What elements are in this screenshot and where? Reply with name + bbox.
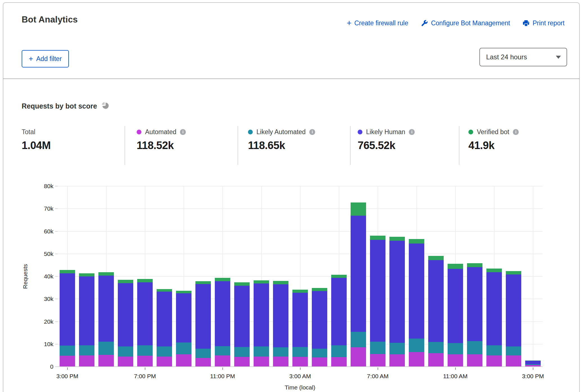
stacked-bar[interactable]: [215, 278, 230, 366]
bar-segment[interactable]: [370, 354, 385, 366]
bar-segment[interactable]: [486, 272, 502, 345]
stacked-bar[interactable]: [79, 273, 94, 366]
bar-segment[interactable]: [312, 288, 327, 291]
bar-segment[interactable]: [254, 357, 269, 366]
stacked-bar[interactable]: [428, 256, 444, 366]
bar-segment[interactable]: [506, 274, 521, 346]
stacked-bar[interactable]: [331, 275, 347, 366]
stacked-bar[interactable]: [195, 281, 211, 366]
bar-segment[interactable]: [60, 356, 75, 366]
bar-segment[interactable]: [448, 264, 463, 269]
bar-segment[interactable]: [254, 280, 269, 283]
bar-segment[interactable]: [428, 256, 444, 260]
bar-segment[interactable]: [176, 293, 191, 343]
bar-segment[interactable]: [234, 286, 250, 347]
bar-segment[interactable]: [176, 343, 191, 354]
bar-segment[interactable]: [137, 279, 153, 282]
bar-segment[interactable]: [137, 282, 153, 345]
bar-segment[interactable]: [292, 293, 308, 347]
bar-segment[interactable]: [351, 332, 366, 347]
bar-segment[interactable]: [467, 341, 482, 354]
bar-segment[interactable]: [254, 283, 269, 346]
bar-segment[interactable]: [525, 364, 541, 365]
bar-segment[interactable]: [118, 357, 133, 366]
stacked-bar[interactable]: [273, 281, 288, 366]
bar-segment[interactable]: [176, 291, 191, 293]
bar-segment[interactable]: [215, 346, 230, 355]
bar-segment[interactable]: [331, 275, 347, 278]
bar-segment[interactable]: [486, 355, 502, 366]
bar-segment[interactable]: [389, 343, 405, 355]
bar-segment[interactable]: [98, 355, 114, 366]
bar-segment[interactable]: [98, 342, 114, 355]
stacked-bar[interactable]: [506, 271, 521, 366]
bar-segment[interactable]: [79, 273, 94, 276]
bar-segment[interactable]: [234, 357, 250, 367]
bar-segment[interactable]: [389, 354, 405, 366]
bar-segment[interactable]: [506, 346, 521, 356]
bar-segment[interactable]: [195, 349, 211, 358]
info-icon[interactable]: i: [180, 129, 186, 135]
bar-segment[interactable]: [448, 343, 463, 354]
stacked-bar[interactable]: [98, 272, 114, 366]
bar-segment[interactable]: [448, 354, 463, 366]
print-report-link[interactable]: Print report: [522, 19, 565, 27]
bar-segment[interactable]: [486, 269, 502, 272]
bar-segment[interactable]: [506, 355, 521, 366]
bar-segment[interactable]: [331, 345, 347, 357]
stacked-bar[interactable]: [351, 202, 366, 366]
bar-segment[interactable]: [351, 202, 366, 216]
bar-segment[interactable]: [79, 276, 94, 346]
bar-segment[interactable]: [370, 236, 385, 240]
stacked-bar[interactable]: [486, 269, 502, 366]
stacked-bar[interactable]: [157, 289, 172, 366]
bar-segment[interactable]: [157, 292, 172, 346]
bar-segment[interactable]: [467, 263, 482, 267]
bar-segment[interactable]: [312, 349, 327, 357]
bar-segment[interactable]: [312, 357, 327, 366]
stacked-bar[interactable]: [467, 263, 482, 366]
stacked-bar[interactable]: [448, 264, 463, 366]
bar-segment[interactable]: [370, 342, 385, 354]
stacked-bar[interactable]: [254, 280, 269, 366]
bar-segment[interactable]: [60, 273, 75, 346]
bar-segment[interactable]: [409, 239, 424, 244]
bar-segment[interactable]: [195, 284, 211, 349]
stacked-bar[interactable]: [409, 239, 424, 366]
bar-segment[interactable]: [448, 269, 463, 343]
bar-segment[interactable]: [292, 357, 308, 366]
bar-segment[interactable]: [273, 284, 288, 347]
bar-segment[interactable]: [486, 345, 502, 355]
bar-segment[interactable]: [525, 361, 541, 364]
bar-segment[interactable]: [157, 289, 172, 292]
bar-segment[interactable]: [234, 347, 250, 357]
bar-segment[interactable]: [195, 281, 211, 284]
info-icon[interactable]: i: [513, 129, 519, 135]
bar-segment[interactable]: [98, 272, 114, 276]
bar-segment[interactable]: [118, 346, 133, 357]
info-icon[interactable]: i: [309, 129, 315, 135]
configure-bot-management-link[interactable]: Configure Bot Management: [421, 19, 510, 27]
bar-segment[interactable]: [467, 267, 482, 341]
bar-segment[interactable]: [370, 240, 385, 342]
bar-segment[interactable]: [389, 237, 405, 241]
bar-segment[interactable]: [215, 281, 230, 346]
bar-segment[interactable]: [60, 346, 75, 356]
bar-segment[interactable]: [467, 354, 482, 366]
bar-segment[interactable]: [137, 356, 153, 366]
bar-segment[interactable]: [215, 355, 230, 366]
bar-segment[interactable]: [273, 347, 288, 357]
bar-segment[interactable]: [118, 280, 133, 283]
stacked-bar[interactable]: [525, 361, 541, 366]
bar-segment[interactable]: [118, 283, 133, 346]
time-range-select[interactable]: Last 24 hours: [479, 48, 567, 66]
bar-segment[interactable]: [254, 346, 269, 357]
bar-segment[interactable]: [157, 346, 172, 357]
bar-segment[interactable]: [351, 216, 366, 332]
bar-segment[interactable]: [409, 244, 424, 339]
bar-segment[interactable]: [506, 271, 521, 275]
bar-segment[interactable]: [292, 290, 308, 293]
bar-segment[interactable]: [292, 347, 308, 357]
bar-segment[interactable]: [428, 342, 444, 353]
stacked-bar[interactable]: [176, 291, 191, 366]
